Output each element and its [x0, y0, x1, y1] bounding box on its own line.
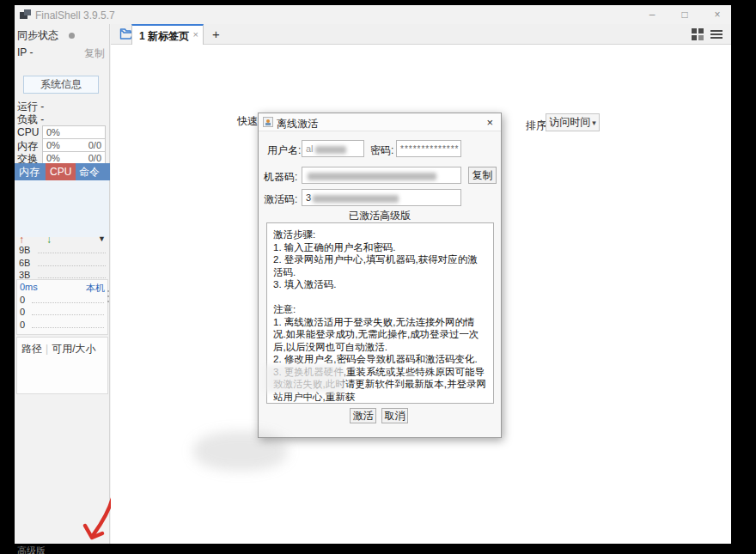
ping-row: 0: [20, 295, 104, 307]
grid-view-icon[interactable]: [692, 28, 704, 40]
cpu-stat-value: 0%: [46, 127, 60, 137]
window-titlebar: FinalShell 3.9.5.7 – □ ×: [15, 5, 731, 24]
machine-code-label: 机器码:: [264, 170, 297, 185]
dialog-titlebar[interactable]: 离线激活 ×: [259, 113, 501, 131]
tab-title: 1 新标签页: [139, 29, 189, 44]
dialog-icon: [263, 117, 273, 127]
redaction-smudge: [265, 365, 344, 393]
sort-caret-icon: ▾: [592, 119, 596, 127]
blur-smudge: [193, 431, 288, 471]
window-title: FinalShell 3.9.5.7: [35, 9, 115, 21]
cpu-stat-row: CPU 0%: [17, 125, 106, 139]
machine-code-field[interactable]: [302, 167, 461, 184]
copy-ip-link[interactable]: 复制: [84, 46, 105, 61]
upload-arrow-icon: ↑: [19, 234, 24, 246]
cancel-button[interactable]: 取消: [381, 408, 408, 423]
sidebar: 同步状态 IP - 复制 系统信息 运行 - 负载 - CPU 0% 内存 0%: [15, 24, 110, 544]
ping-value: 0: [20, 295, 25, 305]
cpu-stat-box: 0%: [42, 125, 106, 139]
username-value: al: [306, 143, 314, 154]
maximize-button[interactable]: □: [678, 9, 692, 21]
disk-path-header: 路径: [21, 343, 42, 355]
activation-code-field[interactable]: 3: [302, 189, 461, 206]
username-field[interactable]: al: [302, 140, 364, 157]
dropdown-caret-icon[interactable]: ▼: [98, 234, 106, 243]
ping-panel: 0ms 本机 0 0 0: [16, 279, 108, 335]
screenshot-frame: FinalShell 3.9.5.7 – □ × 同步状态 IP - 复制 系统…: [0, 0, 756, 554]
tab-bar: 1 新标签页 × +: [111, 24, 731, 45]
network-arrows-row: ↑ ↓ ▼: [15, 234, 110, 246]
download-arrow-icon: ↓: [46, 234, 52, 246]
tab-memory[interactable]: 内存: [15, 163, 44, 180]
sync-status-dot: [69, 33, 75, 39]
memory-stat-box: 0% 0/0: [42, 138, 106, 152]
ping-value: 0: [20, 320, 25, 330]
new-tab-button[interactable]: +: [212, 27, 220, 41]
tab-new-tab-page[interactable]: 1 新标签页 ×: [131, 24, 204, 45]
system-info-button[interactable]: 系统信息: [23, 76, 99, 94]
memory-stat-value: 0%: [46, 140, 60, 150]
activation-code-value: 3: [306, 192, 311, 203]
net-scale-label: 9B: [19, 245, 30, 255]
activate-button[interactable]: 激活: [350, 408, 376, 423]
memory-stat-row: 内存 0% 0/0: [17, 138, 106, 152]
ping-row: 0: [20, 307, 104, 319]
swap-stat-extra: 0/0: [88, 153, 101, 163]
username-label: 用户名:: [267, 143, 301, 158]
memory-stat-extra: 0/0: [88, 140, 101, 150]
disk-size-header: 可用/大小: [52, 343, 95, 355]
password-label: 密码:: [370, 143, 393, 158]
monitor-chart-area: [15, 180, 109, 237]
dialog-close-button[interactable]: ×: [486, 116, 493, 129]
ip-row: IP - 复制: [17, 46, 107, 58]
menu-icon[interactable]: [710, 28, 722, 40]
ping-row: 0: [20, 320, 104, 332]
ping-host: 本机: [86, 282, 105, 295]
net-scale-label: 6B: [19, 258, 30, 268]
sync-status: 同步状态: [17, 28, 107, 43]
sync-status-label: 同步状态: [17, 29, 58, 41]
monitor-tab-strip: 内存 CPU 命令: [15, 163, 110, 180]
ip-label: IP -: [17, 46, 33, 58]
close-button[interactable]: ×: [710, 9, 724, 21]
net-scale-row: 9B: [19, 245, 106, 257]
ping-latency: 0ms: [20, 282, 38, 292]
activation-code-label: 激活码:: [264, 192, 297, 207]
ping-value: 0: [20, 307, 25, 317]
dialog-title: 离线激活: [277, 117, 318, 131]
offline-activation-dialog: 离线激活 × 用户名: al 密码: ************** 机器码: 复…: [258, 113, 502, 438]
swap-stat-value: 0%: [46, 153, 60, 163]
minimize-button[interactable]: –: [645, 9, 659, 21]
edition-label: 高级版: [17, 545, 46, 554]
tab-command[interactable]: 命令: [75, 163, 104, 180]
app-icon: [20, 9, 31, 19]
disk-panel: 路径|可用/大小: [16, 337, 108, 394]
sort-value: 访问时间: [549, 116, 590, 128]
sort-label: 排序: [526, 119, 546, 133]
copy-machine-code-button[interactable]: 复制: [468, 167, 497, 184]
tab-cpu[interactable]: CPU: [46, 163, 76, 180]
password-field[interactable]: **************: [396, 140, 461, 157]
sort-dropdown[interactable]: 访问时间▾: [546, 113, 600, 131]
finalshell-window: FinalShell 3.9.5.7 – □ × 同步状态 IP - 复制 系统…: [15, 5, 731, 544]
cpu-stat-label: CPU: [17, 126, 39, 138]
tab-close-icon[interactable]: ×: [193, 29, 198, 40]
quick-connect-label[interactable]: 快速: [237, 114, 258, 129]
splitter-handle[interactable]: [107, 287, 110, 313]
net-scale-row: 6B: [19, 258, 106, 270]
